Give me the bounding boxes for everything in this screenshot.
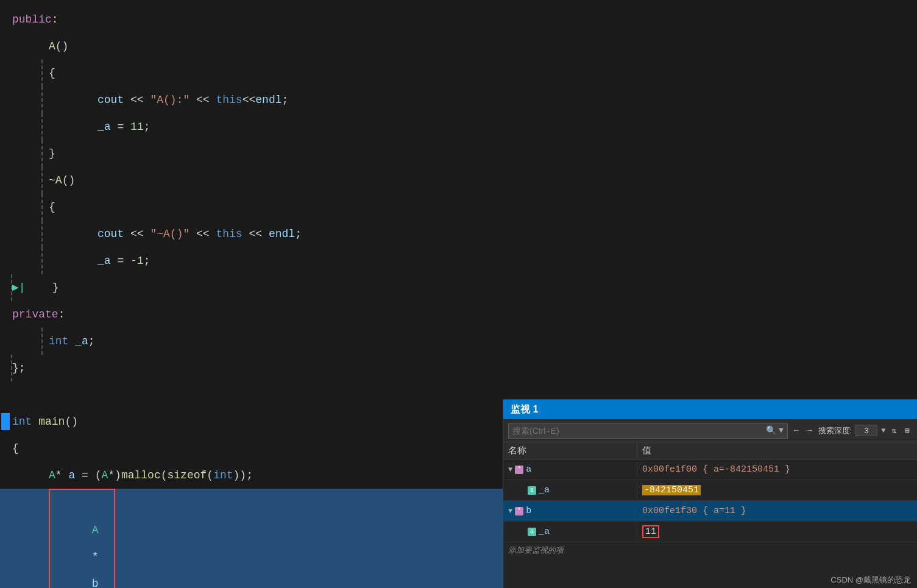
debug-panel-title: 监视 1 (503, 400, 917, 419)
code-line-7: ~A() (0, 167, 917, 194)
code-line-4: cout << "A():" << this << endl ; (0, 87, 917, 113)
code-line-11: ▶| } (0, 274, 917, 301)
debug-table-header: 名称 值 (503, 442, 917, 459)
red-box-highlight: A * b = new A (); (49, 489, 115, 588)
value-box-b: 11 (642, 525, 659, 538)
debug-row-a-member[interactable]: a _a -842150451 (503, 480, 917, 501)
grid-btn[interactable]: ⊞ (902, 425, 912, 437)
debug-row-a-member-value: -842150451 (637, 484, 917, 497)
debug-watch-panel: 监视 1 🔍 ▼ ← → 搜索深度: ▼ ⇅ ⊞ 名称 值 ▼ * a 0x00… (503, 399, 917, 588)
code-line-2: A() (0, 33, 917, 60)
debug-toolbar: 🔍 ▼ ← → 搜索深度: ▼ ⇅ ⊞ (503, 419, 917, 442)
debug-row-a-member-name: a _a (503, 484, 637, 497)
debug-row-a-value: 0x00fe1f00 { a=-842150451 } (637, 463, 917, 476)
code-line-12: private: (0, 301, 917, 328)
debug-row-b[interactable]: ▼ * b 0x00fe1f30 { a=11 } (503, 501, 917, 522)
code-line-8: { (0, 194, 917, 221)
code-line-3: { (0, 60, 917, 87)
debug-row-b-member-name: a _a (503, 525, 637, 538)
code-line-14: }; (0, 355, 917, 381)
expand-icon-a[interactable]: ▼ (508, 466, 512, 474)
code-line-1: public: (0, 6, 917, 33)
value-highlighted-a: -842150451 (642, 485, 701, 495)
add-watch-row[interactable]: 添加要监视的项 (503, 542, 917, 558)
debug-row-b-name: ▼ * b (503, 505, 637, 517)
breakpoint-marker (1, 413, 10, 430)
csdn-watermark: CSDN @戴黑镜的恐龙 (830, 575, 911, 586)
code-line-5: _a = 11 ; (0, 113, 917, 140)
debug-row-a[interactable]: ▼ * a 0x00fe1f00 { a=-842150451 } (503, 459, 917, 480)
search-icon[interactable]: 🔍 (766, 425, 776, 436)
expand-icon-b[interactable]: ▼ (508, 507, 512, 515)
pointer-icon-b: * (515, 507, 523, 515)
depth-input[interactable] (855, 425, 877, 436)
debug-watch-table: 名称 值 ▼ * a 0x00fe1f00 { a=-842150451 } a… (503, 442, 917, 588)
nav-back-btn[interactable]: ← (791, 425, 801, 436)
member-icon-b: a (528, 528, 536, 536)
debug-row-b-member-value: 11 (637, 525, 917, 538)
code-line-9: cout << "~A()" << this << endl ; (0, 221, 917, 247)
pointer-icon-a: * (515, 466, 523, 474)
sort-btn[interactable]: ⇅ (889, 425, 899, 437)
nav-forward-btn[interactable]: → (805, 425, 815, 436)
debug-row-b-member[interactable]: a _a 11 (503, 522, 917, 542)
search-input[interactable] (512, 426, 766, 436)
code-line-13: int _a ; (0, 328, 917, 355)
code-line-10: _a = -1 ; (0, 247, 917, 274)
debug-row-b-value: 0x00fe1f30 { a=11 } (637, 505, 917, 517)
code-line-6: } (0, 140, 917, 167)
debug-row-a-name: ▼ * a (503, 463, 637, 476)
member-icon-a: a (528, 486, 536, 495)
search-box[interactable]: 🔍 ▼ (508, 423, 788, 439)
keyword-public: public (12, 6, 52, 33)
